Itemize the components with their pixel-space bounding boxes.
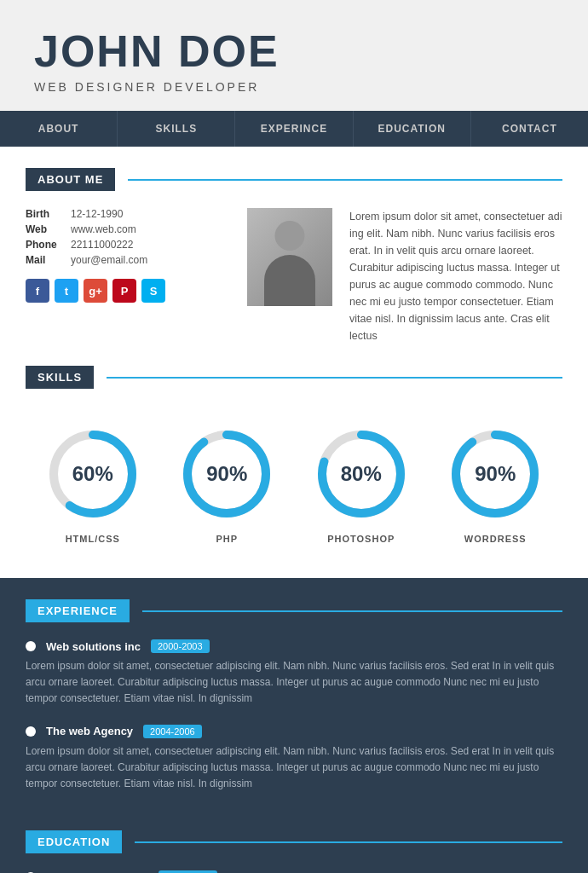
- skills-header-line: [107, 377, 562, 379]
- phone-value: 22111000222: [71, 239, 133, 251]
- skill-name: WORDRESS: [464, 534, 527, 544]
- education-label: EDUCATION: [26, 830, 122, 853]
- exp-company: Web solutions inc: [46, 640, 141, 653]
- experience-line: [142, 610, 562, 612]
- mail-label: Mail: [26, 254, 64, 266]
- nav-education[interactable]: EDUCATION: [354, 111, 471, 147]
- about-label: ABOUT ME: [26, 168, 115, 191]
- navigation: ABOUT SKILLS EXPERINCE EDUCATION CONTACT: [0, 111, 588, 147]
- skill-name: PHOTOSHOP: [327, 534, 395, 544]
- about-header-line: [128, 179, 562, 181]
- education-line: [135, 841, 562, 843]
- web-row: Web www.web.com: [26, 223, 230, 235]
- skill-percent: 90%: [206, 462, 247, 486]
- web-value: www.web.com: [71, 223, 136, 235]
- twitter-icon[interactable]: t: [55, 279, 78, 303]
- skills-content: 60% HTML/CSS 90% PHP 80% PHOTOSHOP: [0, 406, 588, 552]
- exp-years: 2000-2003: [151, 639, 210, 653]
- nav-about[interactable]: ABOUT: [0, 111, 118, 147]
- header: JOHN DOE WEB DESIGNER DEVELOPER: [0, 0, 588, 111]
- skill-item: 60% HTML/CSS: [42, 423, 144, 544]
- person-name: JOHN DOE: [34, 26, 554, 77]
- birth-row: Birth 12-12-1990: [26, 208, 230, 220]
- about-left: Birth 12-12-1990 Web www.web.com Phone 2…: [26, 208, 230, 344]
- nav-skills[interactable]: SKILLS: [118, 111, 235, 147]
- about-bio: Lorem ipsum dolor sit amet, consectetuer…: [349, 208, 562, 344]
- exp-description: Lorem ipsum dolor sit amet, consectetuer…: [26, 743, 562, 793]
- exp-title-row: Web solutions inc 2000-2003: [26, 639, 562, 653]
- phone-label: Phone: [26, 239, 64, 251]
- social-icons: f t g+ P S: [26, 279, 230, 303]
- mail-row: Mail your@email.com: [26, 254, 230, 266]
- skill-item: 90% PHP: [176, 423, 278, 544]
- exp-dot: [26, 641, 36, 651]
- web-label: Web: [26, 223, 64, 235]
- skills-label: SKILLS: [26, 366, 94, 389]
- pinterest-icon[interactable]: P: [112, 279, 136, 303]
- experience-items: Web solutions inc 2000-2003 Lorem ipsum …: [26, 639, 562, 792]
- mail-value: your@email.com: [71, 254, 147, 266]
- about-info: Birth 12-12-1990 Web www.web.com Phone 2…: [26, 208, 230, 266]
- experience-item: Web solutions inc 2000-2003 Lorem ipsum …: [26, 639, 562, 708]
- person-title: WEB DESIGNER DEVELOPER: [34, 80, 554, 94]
- exp-title-row: The web Agency 2004-2006: [26, 725, 562, 738]
- skype-icon[interactable]: S: [141, 279, 165, 303]
- exp-company: The web Agency: [46, 725, 133, 737]
- exp-description: Lorem ipsum dolor sit amet, consectetuer…: [26, 658, 562, 708]
- skill-percent: 90%: [475, 462, 516, 486]
- experience-header: EXPERIENCE: [26, 578, 562, 622]
- profile-photo: [247, 208, 332, 306]
- donut-chart: 90%: [176, 423, 278, 525]
- skill-percent: 60%: [72, 462, 113, 486]
- facebook-icon[interactable]: f: [26, 279, 49, 303]
- skill-name: HTML/CSS: [66, 534, 120, 544]
- skill-percent: 80%: [341, 462, 382, 486]
- skill-name: PHP: [216, 534, 238, 544]
- white-section: ABOUT ME Birth 12-12-1990 Web www.web.co…: [0, 147, 588, 578]
- exp-dot: [26, 726, 36, 737]
- experience-label: EXPERIENCE: [26, 599, 130, 622]
- skills-section-header: SKILLS: [26, 344, 562, 389]
- birth-value: 12-12-1990: [71, 208, 123, 220]
- experience-item: The web Agency 2004-2006 Lorem ipsum dol…: [26, 725, 562, 793]
- birth-label: Birth: [26, 208, 64, 220]
- exp-years: 2004-2006: [143, 725, 202, 738]
- donut-chart: 60%: [42, 423, 144, 525]
- about-content: Birth 12-12-1990 Web www.web.com Phone 2…: [0, 208, 588, 344]
- dark-section: EXPERIENCE Web solutions inc 2000-2003 L…: [0, 578, 588, 873]
- googleplus-icon[interactable]: g+: [84, 279, 107, 303]
- nav-experience[interactable]: EXPERINCE: [235, 111, 353, 147]
- nav-contact[interactable]: CONTACT: [471, 111, 588, 147]
- donut-chart: 80%: [310, 423, 412, 525]
- skill-item: 90% WORDRESS: [444, 423, 546, 544]
- education-header: EDUCATION: [26, 809, 562, 853]
- skill-item: 80% PHOTOSHOP: [310, 423, 412, 544]
- about-section-header: ABOUT ME: [26, 147, 562, 191]
- donut-chart: 90%: [444, 423, 546, 525]
- phone-row: Phone 22111000222: [26, 239, 230, 251]
